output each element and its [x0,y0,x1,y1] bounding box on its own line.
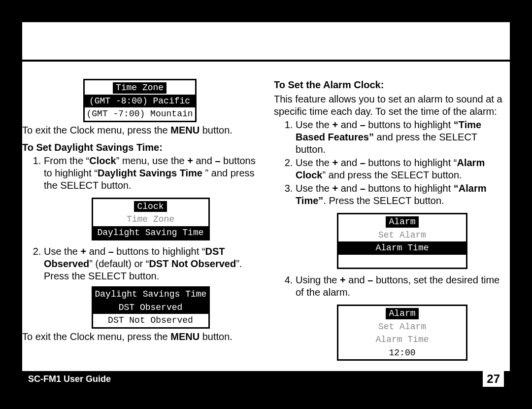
page-content: Time Zone (GMT -8:00) Pacific (GMT -7:00… [22,79,510,362]
alarm-step-3: Use the + and – buttons to highlight “Al… [296,182,509,273]
lcd-title: Time Zone [113,82,166,94]
lcd-title: Clock [134,201,166,212]
dst-step-1: From the “Clock” menu, use the + and – b… [44,155,257,245]
lcd-title-inv: Daylight Savings Time [93,288,208,301]
alarm-step-1: Use the + and – buttons to highlight “Ti… [296,119,509,156]
lcd-row-dim: Set Alarm [338,229,466,242]
horizontal-rule [22,60,510,62]
lcd-row-selected: DST Observed [93,301,208,314]
alarm-steps: Use the + and – buttons to highlight “Ti… [274,119,509,361]
exit-instruction: To exit the Clock menu, press the MENU b… [22,124,257,136]
alarm-step-2: Use the + and – buttons to highlight “Al… [296,157,509,181]
lcd-row: 12:00 [338,346,466,360]
section-heading-alarm: To Set the Alarm Clock: [274,79,509,91]
alarm-step-4: Using the + and – buttons, set the desir… [296,274,509,361]
alarm-intro: This feature allows you to set an alarm … [274,93,509,118]
section-heading-dst: To Set Daylight Savings Time: [22,141,257,154]
lcd-row-dim: Alarm Time [338,333,466,346]
lcd-figure-alarm-2: Alarm Set Alarm Alarm Time 12:00 [296,305,509,361]
footer-page-number: 27 [483,371,504,387]
lcd-figure-timezone: Time Zone (GMT -8:00) Pacific (GMT -7:00… [22,79,257,122]
lcd-figure-dst: Daylight Savings Time DST Observed DST N… [44,286,257,329]
lcd-row-selected: Daylight Saving Time [93,226,208,239]
lcd-figure-alarm-1: Alarm Set Alarm Alarm Time [296,213,509,269]
dst-steps: From the “Clock” menu, use the + and – b… [22,155,257,329]
lcd-figure-clock: Clock Time Zone Daylight Saving Time [44,198,257,241]
page-footer: SC-FM1 User Guide 27 [22,371,510,387]
lcd-row-selected: Alarm Time [338,241,466,255]
dst-step-2: Use the + and – buttons to highlight “DS… [44,245,257,329]
lcd-row: (GMT -7:00) Mountain [85,107,195,121]
lcd-row-dim: Time Zone [93,213,208,226]
exit-instruction: To exit the Clock menu, press the MENU b… [22,331,257,343]
footer-title: SC-FM1 User Guide [28,374,111,384]
lcd-row-dim: Set Alarm [338,320,466,334]
lcd-row: DST Not Observed [93,314,208,327]
lcd-row-selected: (GMT -8:00) Pacific [85,95,195,108]
lcd-title: Alarm [386,216,418,228]
left-column: Time Zone (GMT -8:00) Pacific (GMT -7:00… [22,79,257,362]
right-column: To Set the Alarm Clock: This feature all… [274,79,509,362]
manual-page: Time Zone (GMT -8:00) Pacific (GMT -7:00… [22,22,510,387]
lcd-title: Alarm [386,308,418,319]
lcd-row-empty [338,255,466,268]
